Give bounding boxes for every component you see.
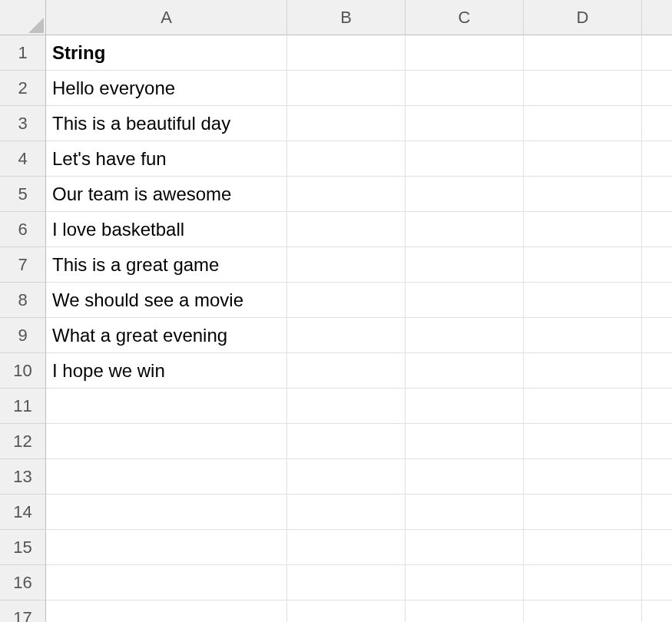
cell-A7[interactable]: This is a great game xyxy=(46,247,287,283)
row-header-4[interactable]: 4 xyxy=(0,141,46,177)
cell-B6[interactable] xyxy=(287,212,406,247)
cell-E13[interactable] xyxy=(642,459,672,495)
cell-B11[interactable] xyxy=(287,389,406,424)
cell-E6[interactable] xyxy=(642,212,672,247)
cell-A2[interactable]: Hello everyone xyxy=(46,71,287,106)
cell-E11[interactable] xyxy=(642,389,672,424)
cell-B14[interactable] xyxy=(287,495,406,530)
cell-E15[interactable] xyxy=(642,530,672,565)
cell-E17[interactable] xyxy=(642,600,672,622)
cell-E3[interactable] xyxy=(642,106,672,141)
column-header-D[interactable]: D xyxy=(524,0,642,35)
column-header-partial[interactable] xyxy=(642,0,672,35)
cell-A12[interactable] xyxy=(46,424,287,459)
cell-C9[interactable] xyxy=(406,318,524,353)
cell-B2[interactable] xyxy=(287,71,406,106)
cell-A4[interactable]: Let's have fun xyxy=(46,141,287,177)
column-header-A[interactable]: A xyxy=(46,0,287,35)
cell-A6[interactable]: I love basketball xyxy=(46,212,287,247)
cell-D13[interactable] xyxy=(524,459,642,495)
cell-D17[interactable] xyxy=(524,600,642,622)
row-header-12[interactable]: 12 xyxy=(0,424,46,459)
cell-C8[interactable] xyxy=(406,283,524,318)
cell-C17[interactable] xyxy=(406,600,524,622)
cell-A9[interactable]: What a great evening xyxy=(46,318,287,353)
cell-B15[interactable] xyxy=(287,530,406,565)
cell-E7[interactable] xyxy=(642,247,672,283)
cell-D9[interactable] xyxy=(524,318,642,353)
cell-B17[interactable] xyxy=(287,600,406,622)
cell-C6[interactable] xyxy=(406,212,524,247)
row-header-17[interactable]: 17 xyxy=(0,600,46,622)
cell-E8[interactable] xyxy=(642,283,672,318)
cell-C13[interactable] xyxy=(406,459,524,495)
cell-E10[interactable] xyxy=(642,353,672,389)
cell-D15[interactable] xyxy=(524,530,642,565)
cell-C2[interactable] xyxy=(406,71,524,106)
cell-E14[interactable] xyxy=(642,495,672,530)
column-header-B[interactable]: B xyxy=(287,0,406,35)
cell-D10[interactable] xyxy=(524,353,642,389)
cell-B16[interactable] xyxy=(287,565,406,600)
cell-B8[interactable] xyxy=(287,283,406,318)
cell-B3[interactable] xyxy=(287,106,406,141)
row-header-2[interactable]: 2 xyxy=(0,71,46,106)
cell-B10[interactable] xyxy=(287,353,406,389)
cell-C11[interactable] xyxy=(406,389,524,424)
row-header-9[interactable]: 9 xyxy=(0,318,46,353)
cell-C16[interactable] xyxy=(406,565,524,600)
cell-D14[interactable] xyxy=(524,495,642,530)
row-header-3[interactable]: 3 xyxy=(0,106,46,141)
cell-C10[interactable] xyxy=(406,353,524,389)
select-all-corner[interactable] xyxy=(0,0,46,35)
cell-E2[interactable] xyxy=(642,71,672,106)
cell-C12[interactable] xyxy=(406,424,524,459)
cell-A14[interactable] xyxy=(46,495,287,530)
cell-A11[interactable] xyxy=(46,389,287,424)
row-header-7[interactable]: 7 xyxy=(0,247,46,283)
cell-C1[interactable] xyxy=(406,35,524,71)
cell-D12[interactable] xyxy=(524,424,642,459)
cell-C14[interactable] xyxy=(406,495,524,530)
cell-D7[interactable] xyxy=(524,247,642,283)
cell-B1[interactable] xyxy=(287,35,406,71)
row-header-6[interactable]: 6 xyxy=(0,212,46,247)
cell-D16[interactable] xyxy=(524,565,642,600)
cell-E1[interactable] xyxy=(642,35,672,71)
cell-D2[interactable] xyxy=(524,71,642,106)
row-header-8[interactable]: 8 xyxy=(0,283,46,318)
cell-A8[interactable]: We should see a movie xyxy=(46,283,287,318)
row-header-14[interactable]: 14 xyxy=(0,495,46,530)
cell-B12[interactable] xyxy=(287,424,406,459)
cell-A10[interactable]: I hope we win xyxy=(46,353,287,389)
row-header-16[interactable]: 16 xyxy=(0,565,46,600)
cell-E5[interactable] xyxy=(642,177,672,212)
cell-C4[interactable] xyxy=(406,141,524,177)
spreadsheet-grid[interactable]: A B C D 1 String 2 Hello everyone 3 This… xyxy=(0,0,672,622)
row-header-13[interactable]: 13 xyxy=(0,459,46,495)
cell-D4[interactable] xyxy=(524,141,642,177)
row-header-10[interactable]: 10 xyxy=(0,353,46,389)
cell-D3[interactable] xyxy=(524,106,642,141)
cell-A15[interactable] xyxy=(46,530,287,565)
row-header-15[interactable]: 15 xyxy=(0,530,46,565)
cell-A5[interactable]: Our team is awesome xyxy=(46,177,287,212)
cell-C15[interactable] xyxy=(406,530,524,565)
row-header-5[interactable]: 5 xyxy=(0,177,46,212)
cell-B5[interactable] xyxy=(287,177,406,212)
cell-B9[interactable] xyxy=(287,318,406,353)
cell-D11[interactable] xyxy=(524,389,642,424)
cell-C3[interactable] xyxy=(406,106,524,141)
cell-D8[interactable] xyxy=(524,283,642,318)
cell-B7[interactable] xyxy=(287,247,406,283)
cell-C5[interactable] xyxy=(406,177,524,212)
row-header-1[interactable]: 1 xyxy=(0,35,46,71)
cell-D5[interactable] xyxy=(524,177,642,212)
cell-A1[interactable]: String xyxy=(46,35,287,71)
cell-B13[interactable] xyxy=(287,459,406,495)
cell-B4[interactable] xyxy=(287,141,406,177)
cell-C7[interactable] xyxy=(406,247,524,283)
cell-E16[interactable] xyxy=(642,565,672,600)
cell-D6[interactable] xyxy=(524,212,642,247)
cell-A3[interactable]: This is a beautiful day xyxy=(46,106,287,141)
